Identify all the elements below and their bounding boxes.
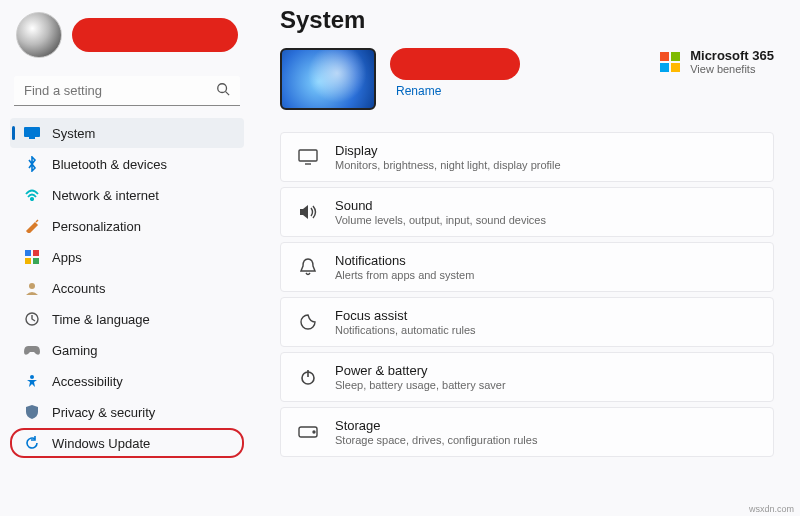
sidebar-item-label: Gaming	[52, 343, 98, 358]
svg-rect-6	[33, 250, 39, 256]
sidebar-item-system[interactable]: System	[10, 118, 244, 148]
time-language-icon	[24, 311, 40, 327]
power-icon	[297, 369, 319, 385]
card-title: Notifications	[335, 253, 474, 268]
card-title: Storage	[335, 418, 537, 433]
sidebar-item-label: Accounts	[52, 281, 105, 296]
card-title: Power & battery	[335, 363, 506, 378]
sidebar-item-label: Bluetooth & devices	[52, 157, 167, 172]
system-icon	[24, 125, 40, 141]
sidebar-item-time-language[interactable]: Time & language	[10, 304, 244, 334]
sidebar-item-label: Accessibility	[52, 374, 123, 389]
search-input[interactable]	[24, 83, 216, 98]
card-subtitle: Alerts from apps and system	[335, 269, 474, 281]
settings-list: Display Monitors, brightness, night ligh…	[280, 132, 774, 457]
network-icon	[24, 187, 40, 203]
svg-rect-2	[24, 127, 40, 137]
page-title: System	[280, 6, 774, 34]
sidebar: System Bluetooth & devices Network & int…	[0, 0, 250, 516]
card-subtitle: Sleep, battery usage, battery saver	[335, 379, 506, 391]
card-subtitle: Notifications, automatic rules	[335, 324, 476, 336]
sidebar-item-accounts[interactable]: Accounts	[10, 273, 244, 303]
card-title: Display	[335, 143, 561, 158]
search-icon	[216, 82, 230, 99]
card-sound[interactable]: Sound Volume levels, output, input, soun…	[280, 187, 774, 237]
focus-assist-icon	[297, 314, 319, 330]
profile-name-redacted	[72, 18, 238, 52]
sidebar-item-gaming[interactable]: Gaming	[10, 335, 244, 365]
sidebar-item-label: Network & internet	[52, 188, 159, 203]
search-box[interactable]	[14, 76, 240, 106]
personalization-icon	[24, 218, 40, 234]
rename-link[interactable]: Rename	[396, 84, 520, 98]
svg-point-0	[218, 84, 227, 93]
svg-rect-12	[299, 150, 317, 161]
apps-icon	[24, 249, 40, 265]
svg-point-9	[29, 283, 35, 289]
device-thumbnail[interactable]	[280, 48, 376, 110]
privacy-icon	[24, 404, 40, 420]
sidebar-item-bluetooth[interactable]: Bluetooth & devices	[10, 149, 244, 179]
ms365-tile[interactable]: Microsoft 365 View benefits	[660, 48, 774, 75]
sidebar-item-network[interactable]: Network & internet	[10, 180, 244, 210]
card-title: Sound	[335, 198, 546, 213]
ms365-title: Microsoft 365	[690, 48, 774, 63]
accounts-icon	[24, 280, 40, 296]
ms365-subtitle: View benefits	[690, 63, 774, 75]
main-panel: System Rename Microsoft 365 View benefit…	[250, 0, 800, 516]
sidebar-item-accessibility[interactable]: Accessibility	[10, 366, 244, 396]
card-subtitle: Storage space, drives, configuration rul…	[335, 434, 537, 446]
sidebar-item-personalization[interactable]: Personalization	[10, 211, 244, 241]
sidebar-item-apps[interactable]: Apps	[10, 242, 244, 272]
profile-row	[10, 8, 244, 70]
svg-rect-8	[33, 258, 39, 264]
sidebar-item-label: Time & language	[52, 312, 150, 327]
sidebar-item-label: Apps	[52, 250, 82, 265]
card-subtitle: Monitors, brightness, night light, displ…	[335, 159, 561, 171]
storage-icon	[297, 426, 319, 438]
sidebar-nav: System Bluetooth & devices Network & int…	[10, 118, 244, 458]
svg-point-17	[313, 431, 315, 433]
card-title: Focus assist	[335, 308, 476, 323]
card-display[interactable]: Display Monitors, brightness, night ligh…	[280, 132, 774, 182]
sidebar-item-privacy[interactable]: Privacy & security	[10, 397, 244, 427]
display-icon	[297, 149, 319, 165]
card-notifications[interactable]: Notifications Alerts from apps and syste…	[280, 242, 774, 292]
accessibility-icon	[24, 373, 40, 389]
device-name-redacted	[390, 48, 520, 80]
card-focus-assist[interactable]: Focus assist Notifications, automatic ru…	[280, 297, 774, 347]
svg-point-11	[30, 375, 34, 379]
avatar[interactable]	[16, 12, 62, 58]
svg-line-1	[226, 92, 230, 96]
sidebar-item-label: Windows Update	[52, 436, 150, 451]
svg-rect-7	[25, 258, 31, 264]
sidebar-item-label: System	[52, 126, 95, 141]
sidebar-item-label: Privacy & security	[52, 405, 155, 420]
device-banner: Rename Microsoft 365 View benefits	[280, 48, 774, 110]
svg-rect-3	[29, 137, 35, 139]
card-storage[interactable]: Storage Storage space, drives, configura…	[280, 407, 774, 457]
microsoft-logo-icon	[660, 52, 680, 72]
windows-update-icon	[24, 435, 40, 451]
card-subtitle: Volume levels, output, input, sound devi…	[335, 214, 546, 226]
card-power-battery[interactable]: Power & battery Sleep, battery usage, ba…	[280, 352, 774, 402]
svg-rect-5	[25, 250, 31, 256]
watermark: wsxdn.com	[749, 504, 794, 514]
svg-point-4	[31, 198, 33, 200]
sound-icon	[297, 204, 319, 220]
sidebar-item-windows-update[interactable]: Windows Update	[10, 428, 244, 458]
notifications-icon	[297, 258, 319, 276]
bluetooth-icon	[24, 156, 40, 172]
gaming-icon	[24, 342, 40, 358]
sidebar-item-label: Personalization	[52, 219, 141, 234]
